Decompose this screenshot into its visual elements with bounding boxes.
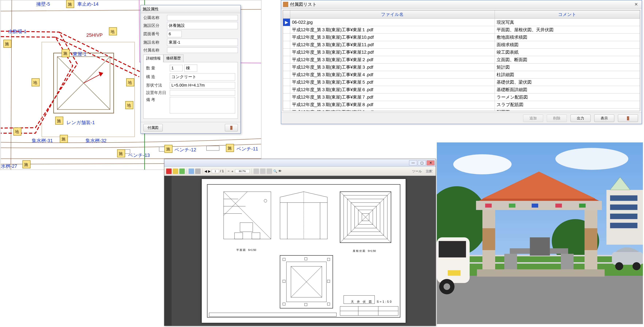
- table-row[interactable]: 平成12年度_第３期(東屋)工事¥東屋８.pdfスラブ配筋図: [283, 101, 640, 108]
- comment-label[interactable]: 注釈: [424, 169, 434, 173]
- svg-rect-76: [328, 280, 330, 282]
- zoom-out-icon[interactable]: −: [228, 169, 230, 173]
- svg-rect-77: [283, 303, 285, 305]
- svg-rect-119: [439, 241, 466, 257]
- park-name-field[interactable]: [167, 15, 238, 21]
- qty-field[interactable]: 1: [170, 65, 182, 71]
- tab-history[interactable]: 修繕履歴: [164, 54, 184, 62]
- zoom-input[interactable]: [235, 169, 250, 173]
- drawing-no-label: 図面番号: [143, 31, 165, 37]
- svg-point-87: [453, 154, 512, 174]
- svg-point-125: [632, 262, 640, 270]
- svg-rect-50: [240, 223, 253, 232]
- prop-close-button[interactable]: 🚪: [225, 124, 238, 131]
- label-azumaya: 東屋-1: [73, 52, 86, 57]
- qty-unit-field[interactable]: 棟: [184, 65, 197, 72]
- maximize-button[interactable]: ▢: [418, 160, 426, 165]
- svg-rect-51: [234, 233, 243, 239]
- facility-property-window[interactable]: 施設属性 公園名称 施設区分 休養施設 図面番号 6 施設名称 東屋-1 付属名…: [140, 5, 241, 134]
- category-field[interactable]: 休養施設: [167, 22, 238, 29]
- svg-rect-112: [584, 228, 597, 250]
- select-tool-icon[interactable]: [260, 169, 266, 174]
- show-button[interactable]: 表示: [594, 115, 614, 122]
- svg-rect-115: [561, 254, 574, 270]
- plan-caption: 平 面 図 S=1:50: [236, 248, 256, 251]
- search-icon[interactable]: 🔍: [273, 169, 277, 173]
- remarks-label: 備 考: [146, 97, 168, 102]
- pdf-toolbar: ◀ ▶ / 1 − ＋ 🔍 👁 ツール 注釈: [164, 167, 436, 176]
- save-icon[interactable]: [179, 169, 185, 174]
- table-row[interactable]: 平成12年度_第３期(東屋)工事¥東屋２.pdf立面図、断面図: [283, 56, 640, 64]
- svg-rect-111: [482, 228, 495, 250]
- svg-text:施: 施: [24, 162, 28, 167]
- attached-name-field[interactable]: [167, 48, 238, 53]
- attachment-button[interactable]: 付属図: [143, 124, 163, 131]
- output-button[interactable]: 出力: [570, 115, 590, 122]
- window-close-button[interactable]: ✕: [426, 160, 434, 165]
- drawing-no-field[interactable]: 6: [167, 31, 182, 37]
- list-window-title: 付属図リスト: [290, 2, 317, 7]
- dims-label: 形状寸法: [146, 83, 168, 88]
- remarks-field[interactable]: [170, 97, 235, 113]
- print-icon[interactable]: [188, 169, 194, 174]
- table-row[interactable]: 平成12年度_第３期(東屋)工事¥東屋12.pdf竣工図表紙: [283, 49, 640, 56]
- svg-rect-73: [304, 257, 307, 260]
- label-youheki: 擁壁-5: [36, 2, 50, 7]
- label-bench11: ベンチ-11: [236, 146, 258, 151]
- cad-map-panel[interactable]: 施 施 施 施 施 施 施 施 施 地 地 地 地 地 擁壁-5 車止め-14 …: [0, 0, 261, 170]
- open-icon[interactable]: [173, 169, 178, 174]
- structure-label: 構 造: [146, 74, 168, 80]
- table-row[interactable]: 平成12年度_第３期(東屋)工事¥東屋６.pdf基礎断面詳細図: [283, 86, 640, 94]
- svg-text:施: 施: [228, 146, 232, 150]
- binoculars-icon[interactable]: 👁: [278, 169, 282, 173]
- table-row[interactable]: 平成12年度_第３期(東屋)工事¥東屋10.pdf敷地面積求積図: [283, 34, 640, 41]
- col-comment[interactable]: コメント: [495, 11, 640, 19]
- prev-page-icon[interactable]: ◀: [204, 169, 207, 173]
- svg-point-124: [615, 262, 623, 270]
- svg-rect-114: [504, 254, 517, 270]
- attachment-list-window[interactable]: 付属図リスト ✕ ファイル名 コメント ▶06-022.jpg現況写真平成12年…: [281, 0, 642, 124]
- svg-rect-117: [477, 269, 604, 277]
- table-row[interactable]: 平成12年度_第３期(東屋)工事¥東屋９.pdf配置図: [283, 108, 640, 111]
- page-input[interactable]: [212, 169, 219, 173]
- snapshot-icon[interactable]: [267, 169, 272, 174]
- roof-caption: 屋 根 伏 図 S=1:50: [353, 249, 376, 252]
- svg-text:施: 施: [62, 137, 66, 141]
- dims-field[interactable]: L=5.00m H=4.17m: [170, 82, 235, 89]
- svg-point-88: [555, 148, 628, 170]
- svg-text:地: 地: [15, 129, 19, 134]
- tools-label[interactable]: ツール: [410, 169, 423, 173]
- col-filename[interactable]: ファイル名: [290, 11, 495, 19]
- table-row[interactable]: ▶06-022.jpg現況写真: [283, 19, 640, 26]
- minimize-button[interactable]: —: [409, 160, 417, 165]
- svg-rect-52: [252, 233, 260, 239]
- table-row[interactable]: 平成12年度_第３期(東屋)工事¥東屋５.pdf基礎伏図、梁伏図: [283, 79, 640, 86]
- list-close-button[interactable]: 🚪: [618, 115, 638, 122]
- svg-rect-122: [448, 270, 460, 276]
- svg-rect-79: [328, 303, 330, 305]
- pdf-viewer-window[interactable]: — ▢ ✕ ◀ ▶ / 1 − ＋ 🔍 👁 ツール 注釈: [164, 159, 436, 326]
- file-table-container[interactable]: ファイル名 コメント ▶06-022.jpg現況写真平成12年度_第３期(東屋)…: [283, 10, 640, 111]
- pdf-icon: [166, 169, 172, 174]
- next-page-icon[interactable]: ▶: [208, 169, 211, 173]
- svg-rect-108: [579, 204, 586, 208]
- pdf-sidebar[interactable]: [164, 176, 172, 326]
- hand-tool-icon[interactable]: [254, 169, 259, 174]
- pdf-page[interactable]: 平 面 図 S=1:50: [202, 179, 406, 323]
- structure-field[interactable]: コンクリート: [170, 73, 235, 81]
- mail-icon[interactable]: [195, 169, 200, 174]
- add-button[interactable]: 追加: [523, 115, 543, 122]
- zoom-in-icon[interactable]: ＋: [231, 169, 234, 173]
- facility-name-field[interactable]: 東屋-1: [167, 39, 238, 46]
- tab-detail[interactable]: 詳細情報: [143, 55, 164, 62]
- site-photo: [437, 142, 643, 324]
- table-row[interactable]: 平成12年度_第３期(東屋)工事¥東屋７.pdfラーメン配筋図: [283, 94, 640, 101]
- table-row[interactable]: 平成12年度_第３期(東屋)工事¥東屋１.pdf平面図、屋根伏図、天井伏図: [283, 26, 640, 34]
- close-icon[interactable]: ✕: [632, 2, 640, 7]
- table-row[interactable]: 平成12年度_第３期(東屋)工事¥東屋11.pdf面積求積図: [283, 41, 640, 49]
- svg-text:地: 地: [127, 103, 131, 108]
- delete-button[interactable]: 削除: [547, 115, 567, 122]
- table-row[interactable]: 平成12年度_第３期(東屋)工事¥東屋３.pdf矩計図: [283, 64, 640, 71]
- table-row[interactable]: 平成12年度_第３期(東屋)工事¥東屋４.pdf柱詳細図: [283, 71, 640, 79]
- install-field[interactable]: [170, 90, 235, 96]
